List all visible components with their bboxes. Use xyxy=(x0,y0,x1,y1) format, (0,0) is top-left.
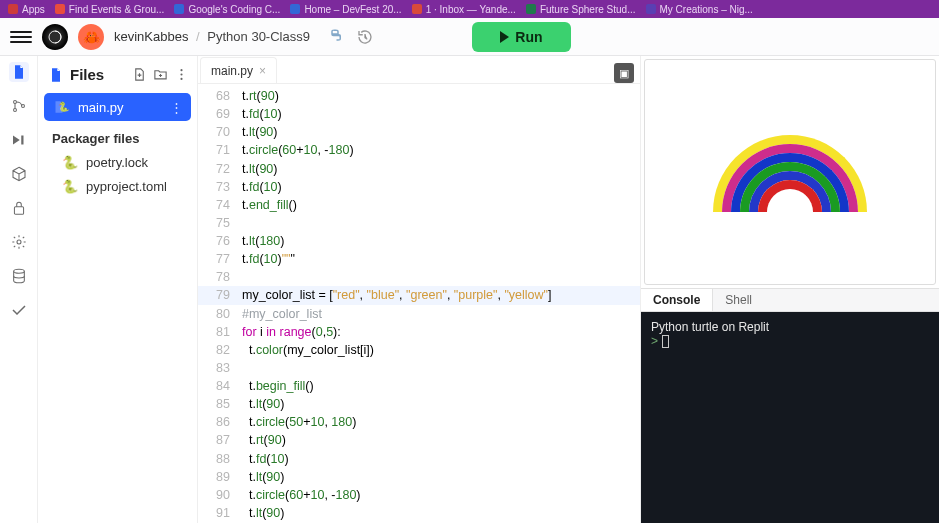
line-number: 87 xyxy=(198,431,242,449)
code-line[interactable]: 89 t.lt(90) xyxy=(198,468,640,486)
browser-tab[interactable]: Future Sphere Stud... xyxy=(526,4,636,15)
line-number: 73 xyxy=(198,178,242,196)
line-number: 90 xyxy=(198,486,242,504)
code-line[interactable]: 91 t.lt(90) xyxy=(198,504,640,522)
browser-tab[interactable]: Find Events & Grou... xyxy=(55,4,165,15)
line-number: 72 xyxy=(198,160,242,178)
line-number: 88 xyxy=(198,450,242,468)
project-name[interactable]: Python 30-Class9 xyxy=(207,29,310,44)
settings-tool-icon[interactable] xyxy=(9,232,29,252)
code-line[interactable]: 78 xyxy=(198,268,640,286)
file-main[interactable]: 🐍 main.py ⋮ xyxy=(44,93,191,121)
browser-tab[interactable]: Apps xyxy=(8,4,45,15)
svg-rect-5 xyxy=(21,136,23,145)
browser-tab[interactable]: 1 · Inbox — Yande... xyxy=(412,4,516,15)
favicon-icon xyxy=(646,4,656,14)
layout-toggle-icon[interactable]: ▣ xyxy=(614,63,634,83)
code-line[interactable]: 74t.end_fill() xyxy=(198,196,640,214)
code-line[interactable]: 70t.lt(90) xyxy=(198,123,640,141)
username[interactable]: kevinKabbes xyxy=(114,29,188,44)
line-number: 86 xyxy=(198,413,242,431)
history-icon[interactable] xyxy=(356,28,374,46)
browser-tab-strip: AppsFind Events & Grou...Google's Coding… xyxy=(0,0,939,18)
code-line[interactable]: 84 t.begin_fill() xyxy=(198,377,640,395)
packager-section-label: Packager files xyxy=(44,121,191,150)
line-number: 68 xyxy=(198,87,242,105)
code-line[interactable]: 76t.lt(180) xyxy=(198,232,640,250)
python-file-icon: 🐍 xyxy=(62,155,78,170)
code-editor[interactable]: 68t.rt(90)69t.fd(10)70t.lt(90)71t.circle… xyxy=(198,84,640,523)
line-number: 71 xyxy=(198,141,242,159)
packages-tool-icon[interactable] xyxy=(9,164,29,184)
browser-tab[interactable]: Google's Coding C... xyxy=(174,4,280,15)
terminal-prompt: > xyxy=(651,334,658,348)
files-title: Files xyxy=(70,66,126,83)
menu-icon[interactable] xyxy=(10,26,32,48)
file-pyproject-toml[interactable]: 🐍pyproject.toml xyxy=(44,174,191,198)
code-line[interactable]: 77t.fd(10)""" xyxy=(198,250,640,268)
code-line[interactable]: 73t.fd(10) xyxy=(198,178,640,196)
run-button[interactable]: Run xyxy=(472,22,570,52)
code-line[interactable]: 82 t.color(my_color_list[i]) xyxy=(198,341,640,359)
code-line[interactable]: 87 t.rt(90) xyxy=(198,431,640,449)
browser-tab[interactable]: My Creations – Nig... xyxy=(646,4,753,15)
files-tool-icon[interactable] xyxy=(9,62,29,82)
code-line[interactable]: 83 xyxy=(198,359,640,377)
tool-sidebar xyxy=(0,56,38,523)
code-line[interactable]: 90 t.circle(60+10, -180) xyxy=(198,486,640,504)
editor-tabbar: main.py × ▣ xyxy=(198,56,640,84)
code-line[interactable]: 79my_color_list = ["red", "blue", "green… xyxy=(198,286,640,304)
line-number: 79 xyxy=(198,286,242,304)
turtle-output xyxy=(644,59,936,285)
play-icon xyxy=(500,31,509,43)
line-number: 91 xyxy=(198,504,242,522)
line-number: 77 xyxy=(198,250,242,268)
svg-point-11 xyxy=(180,78,182,80)
database-tool-icon[interactable] xyxy=(9,266,29,286)
favicon-icon xyxy=(526,4,536,14)
terminal-cursor xyxy=(662,335,669,348)
tests-tool-icon[interactable] xyxy=(9,300,29,320)
avatar[interactable]: 🦀 xyxy=(78,24,104,50)
vcs-tool-icon[interactable] xyxy=(9,96,29,116)
new-file-icon[interactable] xyxy=(132,67,147,82)
code-line[interactable]: 75 xyxy=(198,214,640,232)
file-poetry-lock[interactable]: 🐍poetry.lock xyxy=(44,150,191,174)
svg-point-1 xyxy=(333,30,334,31)
favicon-icon xyxy=(174,4,184,14)
line-number: 84 xyxy=(198,377,242,395)
close-icon[interactable]: × xyxy=(259,64,266,78)
python-file-icon: 🐍 xyxy=(56,100,70,114)
code-line[interactable]: 85 t.lt(90) xyxy=(198,395,640,413)
shell-tab[interactable]: Shell xyxy=(713,289,764,311)
new-folder-icon[interactable] xyxy=(153,67,168,82)
python-icon xyxy=(326,28,344,46)
svg-point-3 xyxy=(13,109,16,112)
secrets-tool-icon[interactable] xyxy=(9,198,29,218)
line-number: 82 xyxy=(198,341,242,359)
code-line[interactable]: 88 t.fd(10) xyxy=(198,450,640,468)
editor-tab-main[interactable]: main.py × xyxy=(200,57,277,83)
code-line[interactable]: 68t.rt(90) xyxy=(198,87,640,105)
replit-logo-icon[interactable] xyxy=(42,24,68,50)
terminal[interactable]: Python turtle on Replit > xyxy=(641,312,939,523)
file-menu-icon[interactable]: ⋮ xyxy=(170,100,183,115)
code-line[interactable]: 81for i in range(0,5): xyxy=(198,323,640,341)
browser-tab[interactable]: Home – DevFest 20... xyxy=(290,4,401,15)
line-number: 83 xyxy=(198,359,242,377)
svg-rect-6 xyxy=(14,207,23,214)
favicon-icon xyxy=(290,4,300,14)
line-number: 76 xyxy=(198,232,242,250)
code-line[interactable]: 72t.lt(90) xyxy=(198,160,640,178)
code-line[interactable]: 86 t.circle(50+10, 180) xyxy=(198,413,640,431)
code-line[interactable]: 71t.circle(60+10, -180) xyxy=(198,141,640,159)
code-line[interactable]: 69t.fd(10) xyxy=(198,105,640,123)
right-pane: Console Shell Python turtle on Replit > xyxy=(641,56,939,523)
line-number: 85 xyxy=(198,395,242,413)
editor-pane: main.py × ▣ 68t.rt(90)69t.fd(10)70t.lt(9… xyxy=(198,56,641,523)
debugger-tool-icon[interactable] xyxy=(9,130,29,150)
more-icon[interactable] xyxy=(174,67,189,82)
svg-point-10 xyxy=(180,73,182,75)
code-line[interactable]: 80#my_color_list xyxy=(198,305,640,323)
console-tab[interactable]: Console xyxy=(641,289,713,311)
